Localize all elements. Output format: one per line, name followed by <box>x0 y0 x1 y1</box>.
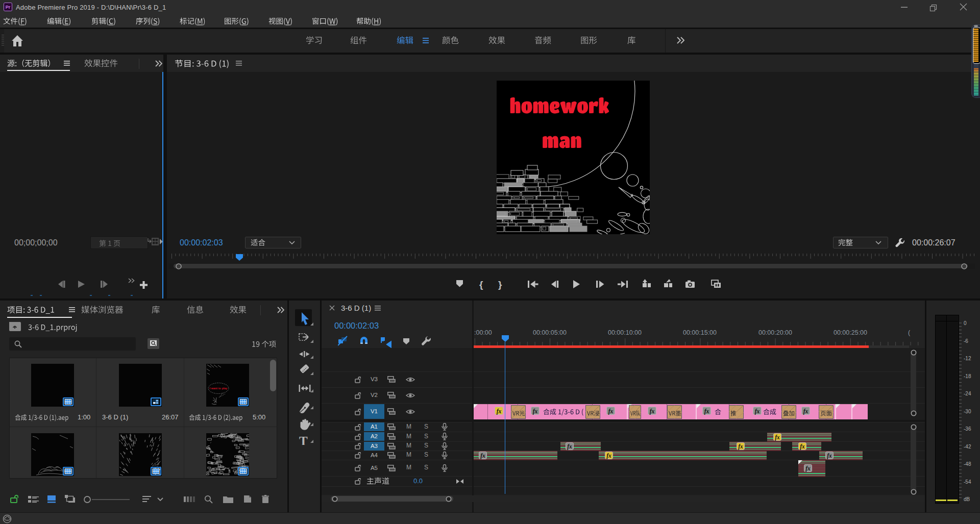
svg-text:I want to play: I want to play <box>210 387 228 390</box>
svg-text:00:00:20:00: 00:00:20:00 <box>758 329 792 336</box>
svg-text:fx: fx <box>827 452 832 459</box>
svg-text:{: { <box>479 279 483 290</box>
svg-text:00:00:15:00: 00:00:15:00 <box>683 329 717 336</box>
svg-text:T: T <box>299 434 308 445</box>
svg-text:-18: -18 <box>964 373 971 379</box>
svg-text:fx: fx <box>608 408 614 415</box>
svg-text:fx: fx <box>480 452 485 459</box>
svg-text:-6: -6 <box>964 338 968 344</box>
svg-text:-12: -12 <box>964 356 971 361</box>
svg-text:fx: fx <box>567 443 572 450</box>
svg-text:fx: fx <box>800 443 805 450</box>
svg-text:fx: fx <box>606 452 611 459</box>
svg-text:fx: fx <box>805 465 811 472</box>
svg-text:-30: -30 <box>964 409 971 414</box>
svg-text:00:00:05:00: 00:00:05:00 <box>533 329 567 336</box>
svg-text:-24: -24 <box>964 391 971 396</box>
svg-text:fx: fx <box>775 434 780 440</box>
svg-text:fx: fx <box>497 408 502 415</box>
svg-text:00:00:10:00: 00:00:10:00 <box>608 329 642 336</box>
svg-text:Pr: Pr <box>6 5 11 10</box>
svg-text:-54: -54 <box>964 479 971 485</box>
svg-text:fx: fx <box>650 408 655 415</box>
svg-text:-48: -48 <box>964 461 971 467</box>
svg-text:0: 0 <box>964 321 967 326</box>
svg-text:fx: fx <box>738 443 743 450</box>
svg-text:(: ( <box>908 329 911 336</box>
svg-text:}: } <box>498 279 502 290</box>
svg-text:fx: fx <box>803 408 808 415</box>
svg-text:fx: fx <box>704 408 709 415</box>
svg-text:-42: -42 <box>964 444 971 450</box>
svg-text:-36: -36 <box>964 426 971 432</box>
svg-text:dB: dB <box>964 496 970 502</box>
svg-text:fx: fx <box>533 408 538 415</box>
svg-text:00:00:25:00: 00:00:25:00 <box>834 329 867 336</box>
svg-text:fx: fx <box>755 408 760 415</box>
svg-text::00:00: :00:00 <box>474 329 492 336</box>
